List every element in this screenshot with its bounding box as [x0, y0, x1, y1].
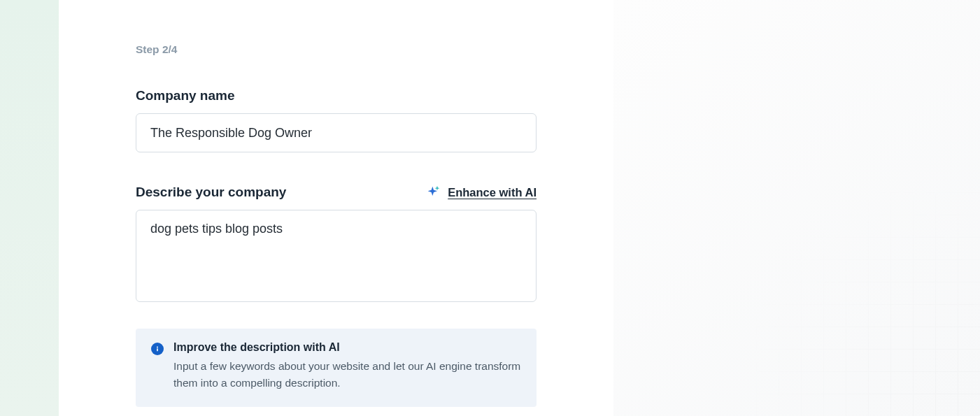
enhance-with-ai-label: Enhance with AI — [448, 186, 537, 199]
company-describe-textarea[interactable] — [136, 210, 537, 302]
ai-info-title: Improve the description with AI — [173, 341, 521, 354]
info-icon — [151, 343, 164, 355]
left-gutter — [0, 0, 59, 416]
svg-rect-1 — [157, 348, 158, 351]
step-indicator: Step 2/4 — [136, 43, 537, 56]
preview-panel — [613, 0, 980, 416]
ai-info-body: Input a few keywords about your website … — [173, 358, 521, 392]
form-panel: Step 2/4 Company name Describe your comp… — [59, 0, 613, 416]
company-name-input[interactable] — [136, 113, 537, 152]
company-name-section: Company name — [136, 88, 537, 152]
enhance-with-ai-button[interactable]: Enhance with AI — [427, 185, 537, 199]
company-describe-label: Describe your company — [136, 185, 286, 200]
company-name-label: Company name — [136, 88, 537, 103]
sparkle-icon — [427, 185, 441, 199]
svg-point-0 — [157, 347, 158, 348]
ai-info-box: Improve the description with AI Input a … — [136, 329, 537, 407]
company-describe-section: Describe your company Enhance with AI — [136, 185, 537, 305]
